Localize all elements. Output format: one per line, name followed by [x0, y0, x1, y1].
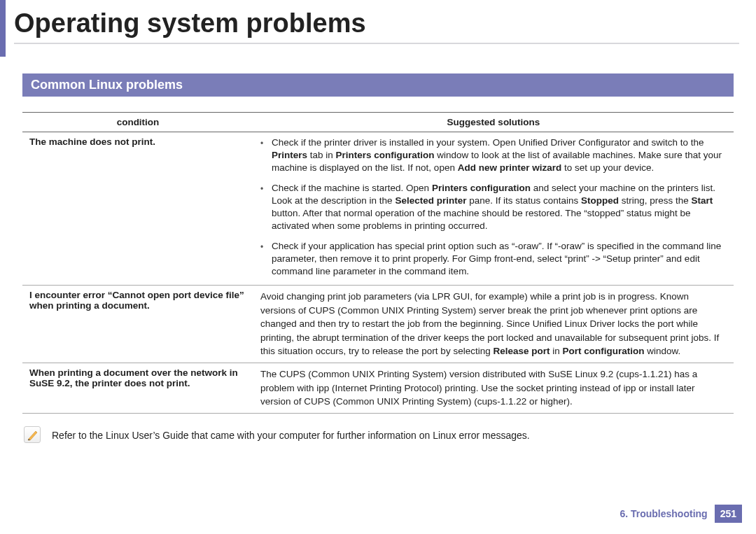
bullet-text: Check if the printer driver is installed…	[272, 136, 727, 175]
condition-cell: When printing a document over the networ…	[22, 363, 253, 414]
page-title: Operating system problems	[14, 8, 756, 38]
table-row: The machine does not print. • Check if t…	[22, 132, 734, 286]
title-underline	[14, 43, 739, 44]
title-block: Operating system problems	[0, 0, 756, 57]
table-row: I encounter error “Cannot open port devi…	[22, 286, 734, 363]
bullet-text: Check if your application has special pr…	[272, 240, 727, 279]
troubleshoot-table: condition Suggested solutions The machin…	[22, 112, 734, 414]
footer-page-number: 251	[715, 505, 742, 523]
solution-cell: • Check if the printer driver is install…	[253, 132, 734, 286]
bullet-text: Check if the machine is started. Open Pr…	[272, 182, 727, 233]
table-header-row: condition Suggested solutions	[22, 113, 734, 132]
bullet-icon: •	[260, 182, 272, 233]
condition-cell: The machine does not print.	[22, 132, 253, 286]
list-item: • Check if the printer driver is install…	[260, 136, 727, 175]
solution-cell: The CUPS (Common UNIX Printing System) v…	[253, 363, 734, 414]
footer-chapter: 6. Troubleshooting	[620, 508, 707, 519]
solution-cell: Avoid changing print job parameters (via…	[253, 286, 734, 363]
solution-text: The CUPS (Common UNIX Printing System) v…	[260, 367, 727, 409]
bullet-icon: •	[260, 240, 272, 279]
list-item: • Check if the machine is started. Open …	[260, 182, 727, 233]
table-row: When printing a document over the networ…	[22, 363, 734, 414]
solution-text: Avoid changing print job parameters (via…	[260, 290, 727, 358]
section-header: Common Linux problems	[22, 73, 734, 97]
content-area: Common Linux problems condition Suggeste…	[0, 57, 756, 443]
col-header-condition: condition	[22, 113, 253, 132]
note-text: Refer to the Linux User’s Guide that cam…	[52, 426, 530, 443]
page-footer: 6. Troubleshooting 251	[620, 505, 742, 523]
condition-cell: I encounter error “Cannot open port devi…	[22, 286, 253, 363]
bullet-icon: •	[260, 136, 272, 175]
list-item: • Check if your application has special …	[260, 240, 727, 279]
note-block: Refer to the Linux User’s Guide that cam…	[22, 426, 734, 443]
note-icon	[24, 426, 41, 443]
col-header-solutions: Suggested solutions	[253, 113, 734, 132]
